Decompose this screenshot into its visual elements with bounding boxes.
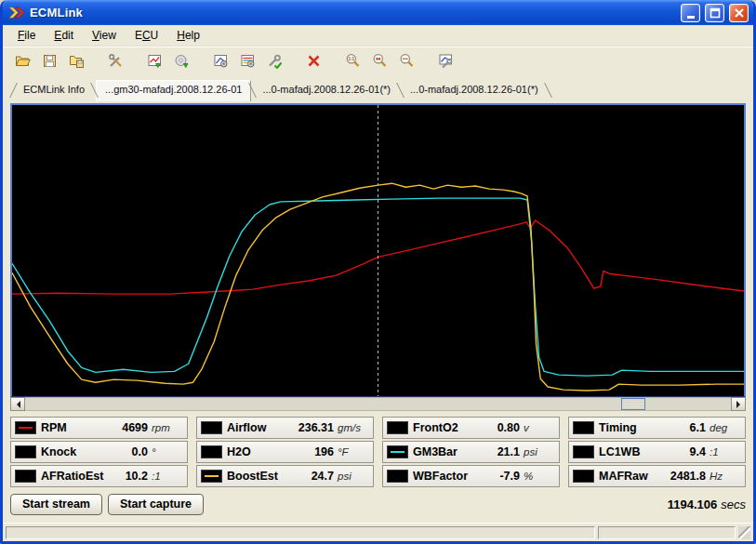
minimize-icon bbox=[683, 6, 698, 20]
menu-bar: FileEditViewECUHelp bbox=[3, 25, 753, 46]
maximize-button[interactable] bbox=[705, 4, 724, 22]
zoom-custom-button[interactable] bbox=[398, 51, 417, 70]
apply-changes-button[interactable] bbox=[266, 51, 285, 70]
scrollbar-thumb[interactable] bbox=[621, 398, 645, 410]
write-cd-button[interactable] bbox=[173, 51, 192, 70]
gauge-boostest[interactable]: BoostEst24.7psi bbox=[196, 465, 374, 487]
gauge-label: FrontO2 bbox=[413, 421, 458, 434]
gauge-label: Knock bbox=[41, 445, 76, 458]
tab-1-active[interactable]: ...gm30-mafadj.2008.12.26-01 bbox=[96, 80, 251, 101]
gauge-label: Timing bbox=[599, 421, 637, 434]
elapsed-time-value: 1194.106 bbox=[668, 498, 718, 511]
gauge-value: 10.2 bbox=[126, 470, 148, 483]
gauge-value: 6.1 bbox=[690, 421, 706, 434]
trace-swatch bbox=[201, 470, 222, 483]
gauge-rpm[interactable]: RPM4699rpm bbox=[10, 417, 188, 439]
menu-help[interactable]: Help bbox=[167, 26, 209, 46]
scroll-right-button[interactable] bbox=[731, 397, 746, 411]
gauge-wbfactor[interactable]: WBFactor-7.9% bbox=[382, 465, 560, 487]
save-log-button[interactable] bbox=[68, 51, 86, 70]
tab-3[interactable]: ...0-mafadj.2008.12.26-01(*) bbox=[402, 80, 547, 100]
tab-2[interactable]: ...0-mafadj.2008.12.26-01(*) bbox=[254, 80, 399, 100]
resize-grip[interactable] bbox=[738, 526, 750, 539]
minimize-button[interactable] bbox=[681, 4, 700, 22]
gauge-unit: :1 bbox=[710, 446, 740, 458]
delete-button[interactable] bbox=[305, 51, 324, 70]
footer-bar: Start stream Start capture 1194.106secs bbox=[10, 493, 746, 515]
tab-bar: ECMLink Info...gm30-mafadj.2008.12.26-01… bbox=[3, 73, 753, 102]
gauge-label: WBFactor bbox=[413, 470, 468, 483]
trace-swatch bbox=[387, 421, 408, 434]
graph-config-icon bbox=[213, 53, 229, 69]
title-bar[interactable]: ECMLink bbox=[3, 0, 753, 25]
gauge-value: 2481.8 bbox=[670, 470, 706, 483]
export-graph-icon bbox=[147, 53, 163, 69]
elapsed-time-unit: secs bbox=[721, 498, 746, 511]
open-icon bbox=[15, 53, 31, 69]
trace-swatch bbox=[15, 421, 36, 434]
scrollbar-track[interactable] bbox=[25, 397, 731, 411]
save-log-icon bbox=[69, 53, 85, 69]
gauge-value: 0.80 bbox=[497, 421, 520, 434]
scroll-left-button[interactable] bbox=[10, 397, 25, 411]
gauge-label: BoostEst bbox=[227, 470, 278, 483]
save-button[interactable] bbox=[41, 51, 60, 70]
gauge-knock[interactable]: Knock0.0° bbox=[10, 441, 188, 463]
chart-horizontal-scrollbar bbox=[10, 397, 746, 411]
menu-view[interactable]: View bbox=[83, 26, 126, 46]
gauge-unit: rpm bbox=[152, 422, 182, 433]
window-title: ECMLink bbox=[30, 6, 83, 20]
graph-tools-icon bbox=[438, 53, 454, 69]
app-window: ECMLink FileEditViewECUHelp 1:1 ECMLink … bbox=[0, 0, 756, 544]
start-stream-button[interactable]: Start stream bbox=[10, 494, 102, 515]
status-bar bbox=[3, 523, 753, 541]
graph-config-button[interactable] bbox=[212, 51, 231, 70]
trace-swatch bbox=[573, 445, 594, 458]
gauge-value: 236.31 bbox=[298, 421, 334, 434]
toolbar: 1:1 bbox=[3, 46, 753, 73]
gauge-value: 9.4 bbox=[690, 445, 706, 458]
gauge-lc1wb[interactable]: LC1WB9.4:1 bbox=[568, 441, 746, 463]
zoom-fit-button[interactable] bbox=[371, 51, 390, 70]
start-capture-button[interactable]: Start capture bbox=[108, 494, 204, 515]
gauge-label: LC1WB bbox=[599, 445, 640, 458]
tab-0[interactable]: ECMLink Info bbox=[15, 80, 93, 100]
gauge-label: AFRatioEst bbox=[41, 470, 103, 483]
close-button[interactable] bbox=[729, 4, 749, 22]
svg-text:1:1: 1:1 bbox=[348, 57, 354, 61]
trace-swatch bbox=[201, 421, 222, 434]
menu-edit[interactable]: Edit bbox=[45, 26, 83, 46]
zoom-actual-button[interactable]: 1:1 bbox=[344, 51, 363, 70]
scroll-left-icon bbox=[13, 401, 20, 408]
gauge-unit: °F bbox=[338, 446, 368, 458]
trace-boostest bbox=[12, 183, 744, 391]
gauge-h2o[interactable]: H2O196°F bbox=[196, 441, 374, 463]
gauge-unit: :1 bbox=[152, 471, 182, 482]
apply-changes-icon bbox=[267, 53, 283, 69]
trace-swatch bbox=[573, 470, 594, 483]
open-button[interactable] bbox=[14, 51, 33, 70]
gauge-label: GM3Bar bbox=[413, 445, 458, 458]
gauge-gm3bar[interactable]: GM3Bar21.1psi bbox=[382, 441, 560, 463]
tools-button[interactable] bbox=[107, 51, 126, 70]
gauge-afratioest[interactable]: AFRatioEst10.2:1 bbox=[10, 465, 188, 487]
datalog-chart[interactable] bbox=[10, 103, 746, 397]
graph-tools-button[interactable] bbox=[437, 51, 456, 70]
trace-swatch bbox=[573, 421, 594, 434]
gauge-timing[interactable]: Timing6.1deg bbox=[568, 417, 746, 439]
display-config-button[interactable] bbox=[239, 51, 258, 70]
menu-file[interactable]: File bbox=[8, 26, 45, 46]
gauge-value: 24.7 bbox=[312, 470, 334, 483]
gauge-table: RPM4699rpmAirflow236.31gm/sFrontO20.80vT… bbox=[10, 417, 746, 487]
gauge-value: 0.0 bbox=[132, 445, 148, 458]
gauge-airflow[interactable]: Airflow236.31gm/s bbox=[196, 417, 374, 439]
gauge-unit: psi bbox=[338, 471, 368, 482]
gauge-fronto2[interactable]: FrontO20.80v bbox=[382, 417, 560, 439]
menu-ecu[interactable]: ECU bbox=[126, 26, 167, 46]
gauge-value: 196 bbox=[314, 445, 334, 458]
export-graph-button[interactable] bbox=[146, 51, 165, 70]
gauge-mafraw[interactable]: MAFRaw2481.8Hz bbox=[568, 465, 746, 487]
gauge-unit: deg bbox=[710, 422, 740, 433]
close-icon bbox=[732, 6, 747, 20]
gauge-unit: gm/s bbox=[338, 422, 368, 433]
